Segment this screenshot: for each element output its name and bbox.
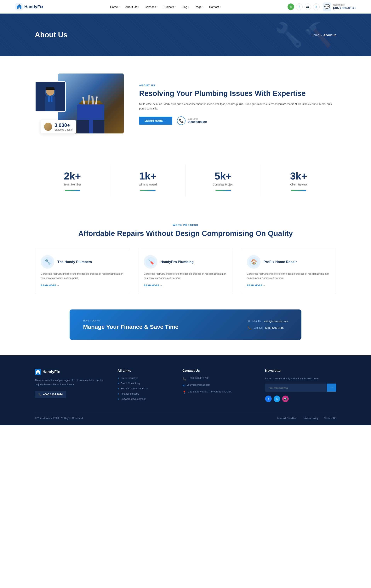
footer-social-instagram[interactable]: 📷: [282, 396, 289, 402]
footer-social-icons: f 𝕏 📷: [265, 396, 336, 402]
svg-text:🏠: 🏠: [251, 259, 257, 265]
footer-logo: HandyFix: [35, 369, 106, 375]
footer-link-software[interactable]: Software development: [118, 398, 171, 400]
nav-projects[interactable]: Projects ▾: [163, 5, 176, 9]
svg-rect-18: [46, 89, 55, 90]
footer-link-terms[interactable]: Trams & Condition: [277, 417, 297, 420]
footer-social-twitter[interactable]: 𝕏: [274, 396, 280, 402]
about-content: ABOUT US Resolving Your Plumbing Issues …: [139, 84, 336, 125]
footer-description: There ar variations of passages of Lo Ip…: [35, 378, 106, 387]
cta-right: ✉ Mail Us: mitc@example.com 📞 Call Us: (…: [248, 319, 288, 330]
newsletter-submit-button[interactable]: →: [327, 384, 336, 392]
header-phone[interactable]: (307) 555-0133: [333, 6, 356, 10]
footer-link-contact[interactable]: Contact Us: [324, 417, 336, 420]
stats-badge: 3,000+ Satisfied Clients: [40, 120, 76, 134]
svg-text:🔧: 🔧: [45, 259, 51, 265]
work-process-tag: WORK PROCESS: [35, 224, 336, 227]
mail-icon: ✉: [248, 319, 251, 323]
footer-phone[interactable]: 📞 +000 1234 9874: [35, 391, 66, 398]
footer-phone-icon: 📞: [38, 393, 41, 396]
about-images: 3,000+ Satisfied Clients: [35, 74, 124, 135]
process-card-3: 🏠 ProFix Home Repair Corporate restructu…: [241, 248, 336, 294]
contact-address: 📍 1212, Las Vegas, The Veg Street, USA: [182, 390, 253, 394]
nav-contact[interactable]: Contact ▾: [209, 5, 221, 9]
about-title: Resolving Your Plumbing Issues With Expe…: [139, 89, 336, 98]
social-icon-facebook[interactable]: f: [296, 3, 303, 10]
about-section: 3,000+ Satisfied Clients ABOUT US Resolv…: [0, 56, 371, 153]
need-help-label: Need help?: [333, 3, 356, 6]
nav-home[interactable]: Home ▾: [110, 5, 120, 9]
footer-link-credit-industrys[interactable]: Credit industrys: [118, 377, 171, 379]
footer-link-finance[interactable]: Finance industry: [118, 392, 171, 395]
footer-links-title: All Links: [118, 369, 171, 373]
call-number[interactable]: 00908908089: [188, 120, 207, 124]
nav-blog[interactable]: Blog ▾: [181, 5, 189, 9]
plumber-icon-2: 🪛: [146, 257, 155, 267]
about-tag: ABOUT US: [139, 84, 336, 87]
contact-address-value: 1212, Las Vegas, The Veg Street, USA: [188, 390, 232, 393]
process-icon-wrap-1: 🔧: [41, 255, 54, 269]
contact-email-icon: ✉: [182, 384, 185, 388]
footer-links-list: Credit industrys Credit Consulting Busin…: [118, 377, 171, 400]
footer-link-privacy[interactable]: Privacy Policy: [303, 417, 319, 420]
read-more-3[interactable]: READ MORE →: [247, 284, 330, 287]
social-icon-whatsapp[interactable]: ✉: [288, 3, 294, 10]
cta-query-label: Have A Query?: [83, 319, 179, 322]
phone-icon-cta: 📞: [248, 326, 252, 330]
stat-line-project: [215, 190, 231, 191]
newsletter-input[interactable]: [265, 384, 327, 392]
social-icon-twitter[interactable]: 𝕏: [313, 3, 320, 10]
svg-rect-6: [79, 103, 102, 104]
phone-icon: 📞: [177, 116, 185, 125]
stat-number-team: 2k+: [39, 170, 106, 182]
footer-bottom-links: Trams & Condition Privacy Policy Contact…: [277, 417, 336, 420]
logo-icon: [15, 3, 23, 10]
cta-mail-value[interactable]: mitc@example.com: [264, 320, 288, 323]
about-description: Nulla vitae ex nunc. Morbi quis purus co…: [139, 102, 336, 111]
work-process-title: Affordable Repairs Without Design Compro…: [35, 229, 336, 238]
call-label: Call Now:: [188, 118, 207, 120]
stat-line-review: [291, 190, 306, 191]
stat-team-member: 2k+ Team Member: [35, 164, 110, 197]
need-help: 💬 Need help? (307) 555-0133: [323, 2, 356, 11]
stats-section: 2k+ Team Member 1k+ Winning Award 5k+ Co…: [0, 153, 371, 208]
stat-label-project: Complete Project: [189, 183, 257, 186]
cta-call-value[interactable]: (316) 555-0116: [265, 326, 284, 329]
nav-services[interactable]: Services ▾: [145, 5, 158, 9]
nav-about[interactable]: About Us ▾: [125, 5, 139, 9]
footer-social-facebook[interactable]: f: [265, 396, 272, 402]
process-card-desc-1: Corporate restructuring refers to the de…: [41, 272, 124, 280]
social-icon-instagram[interactable]: 📷: [304, 3, 311, 10]
stat-number-project: 5k+: [189, 170, 257, 182]
footer-col-brand: HandyFix There ar variations of passages…: [35, 369, 106, 402]
svg-text:🪛: 🪛: [148, 259, 154, 265]
cta-title: Manage Your Finance & Save Time: [83, 324, 179, 330]
process-icon-wrap-2: 🪛: [144, 255, 157, 269]
nav-page[interactable]: Page ▾: [195, 5, 203, 9]
process-card-title-3: ProFix Home Repair: [264, 260, 297, 264]
stat-complete-project: 5k+ Complete Project: [185, 164, 261, 197]
newsletter-description: Lorem Ipsum is simply is dumiomy is text…: [265, 377, 336, 381]
breadcrumb-home[interactable]: Home: [311, 33, 319, 37]
footer-contact-title: Contact Us: [182, 369, 253, 373]
read-more-1[interactable]: READ MORE →: [41, 284, 124, 287]
plumber-icon-1: 🔧: [43, 257, 52, 267]
footer-link-business-credit[interactable]: Business Credit industry: [118, 387, 171, 390]
badge-avatar: [44, 123, 52, 131]
about-cta: LEARN MORE → 📞 Call Now: 00908908089: [139, 116, 336, 125]
badge-count: 3,000+: [54, 122, 72, 128]
hero-title: About Us: [35, 31, 67, 39]
cta-call: 📞 Call Us: (316) 555-0116: [248, 326, 288, 330]
read-more-2[interactable]: READ MORE →: [144, 284, 227, 287]
process-card-1: 🔧 The Handy Plumbers Corporate restructu…: [35, 248, 130, 294]
footer-link-credit-consulting[interactable]: Credit Consulting: [118, 382, 171, 385]
logo[interactable]: HandyFix: [15, 3, 43, 10]
learn-more-button[interactable]: LEARN MORE →: [139, 117, 172, 125]
process-card-desc-3: Corporate restructuring refers to the de…: [247, 272, 330, 280]
cta-mail-label: Mail Us:: [252, 320, 262, 323]
process-card-desc-2: Corporate restructuring refers to the de…: [144, 272, 227, 280]
contact-email-value[interactable]: yourmail@gmail.com: [187, 383, 211, 386]
footer-col-links: All Links Credit industrys Credit Consul…: [118, 369, 171, 402]
header-right: ✉ f 📷 𝕏 💬 Need help? (307) 555-0133: [288, 2, 356, 11]
contact-phone-value[interactable]: +880 123 45 67 89: [188, 377, 209, 379]
